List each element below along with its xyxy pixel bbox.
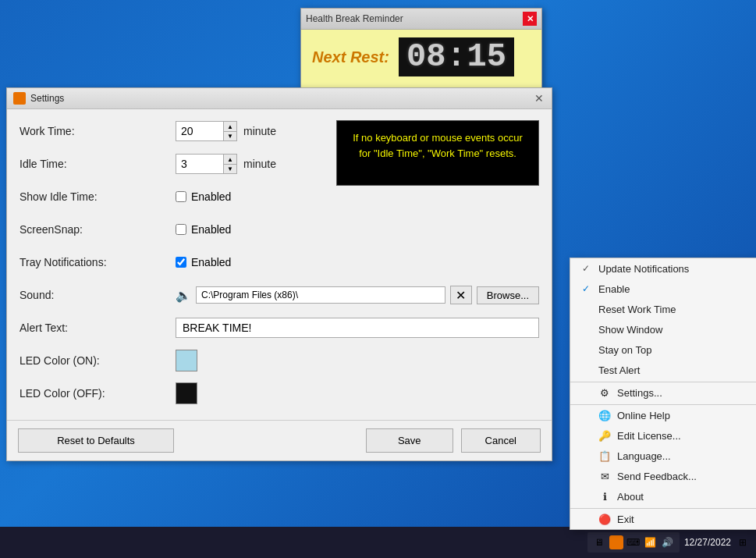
timer-minutes: 15 <box>467 41 506 73</box>
timer-display: 08 : 15 <box>399 37 514 76</box>
sound-speaker-icon: 🔈 <box>176 288 191 303</box>
hbr-body: Next Rest: 08 : 15 <box>301 30 541 87</box>
led-on-swatch[interactable] <box>176 350 197 371</box>
context-item-test-alert[interactable]: Test Alert <box>570 360 756 380</box>
tray-notifications-checkbox-text: Enabled <box>191 256 231 268</box>
update-notifications-label: Update Notifications <box>598 263 689 275</box>
settings-title-text: Settings <box>30 93 64 104</box>
cancel-button[interactable]: Cancel <box>461 428 541 453</box>
screensnap-checkbox-label[interactable]: Enabled <box>176 223 231 236</box>
info-icon: ℹ <box>598 490 611 503</box>
show-window-label: Show Window <box>598 324 662 336</box>
idle-time-down-btn[interactable]: ▼ <box>224 164 236 173</box>
browse-button[interactable]: Browse... <box>477 286 539 304</box>
tray-icon-layout[interactable]: ⊞ <box>736 535 750 549</box>
work-time-info-row: Work Time: ▲ ▼ minute <box>20 120 539 186</box>
show-idle-time-checkbox-label[interactable]: Enabled <box>176 190 231 203</box>
timer-hours: 08 <box>406 41 445 73</box>
show-idle-time-label: Show Idle Time: <box>20 190 176 203</box>
context-item-reset-work-time[interactable]: Reset Work Time <box>570 299 756 319</box>
next-rest-label: Next Rest: <box>312 48 389 66</box>
alert-text-row: Alert Text: <box>20 317 539 339</box>
idle-time-spinner-buttons: ▲ ▼ <box>223 155 236 173</box>
context-item-send-feedback[interactable]: ✉ Send Feedback... <box>570 466 756 486</box>
save-button[interactable]: Save <box>366 428 453 453</box>
work-time-up-btn[interactable]: ▲ <box>224 122 236 131</box>
sound-control: 🔈 ✕ Browse... <box>176 286 539 304</box>
timer-colon1: : <box>446 41 466 73</box>
context-item-settings[interactable]: ⚙ Settings... <box>570 382 756 403</box>
work-time-control: ▲ ▼ minute <box>176 121 324 141</box>
tray-icon-wifi[interactable]: 📶 <box>644 535 658 549</box>
settings-close-button[interactable]: ✕ <box>533 92 545 105</box>
context-item-about[interactable]: ℹ About <box>570 486 756 506</box>
led-off-row: LED Color (OFF): <box>20 382 539 404</box>
globe-icon: 🌐 <box>598 409 611 421</box>
taskbar-time: 12/27/2022 <box>684 537 731 548</box>
enable-check: ✓ <box>580 283 592 294</box>
about-label: About <box>617 491 644 503</box>
led-on-row: LED Color (ON): <box>20 350 539 371</box>
settings-window: Settings ✕ Work Time: ▲ <box>6 87 552 461</box>
settings-title-row: Settings <box>13 92 64 105</box>
tray-notifications-row: Tray Notifications: Enabled <box>20 251 539 273</box>
tray-notifications-checkbox-label[interactable]: Enabled <box>176 256 231 268</box>
context-item-stay-on-top[interactable]: Stay on Top <box>570 339 756 360</box>
context-item-exit[interactable]: 🔴 Exit <box>570 508 756 529</box>
tray-icon-keyboard[interactable]: ⌨ <box>626 535 641 549</box>
language-icon: 📋 <box>598 450 611 462</box>
tray-notifications-label: Tray Notifications: <box>20 256 176 268</box>
context-item-update-notifications[interactable]: ✓ Update Notifications <box>570 258 756 279</box>
hbr-close-button[interactable]: ✕ <box>523 12 537 26</box>
sound-clear-button[interactable]: ✕ <box>450 286 472 304</box>
hbr-title: Health Break Reminder <box>306 13 403 24</box>
work-time-input[interactable] <box>176 122 223 140</box>
sound-path-input[interactable] <box>196 286 445 304</box>
work-time-spinner-buttons: ▲ ▼ <box>223 122 236 140</box>
exit-icon: 🔴 <box>598 513 611 525</box>
left-fields: Work Time: ▲ ▼ minute <box>20 120 324 186</box>
desktop: Health Break Reminder ✕ Next Rest: 08 : … <box>0 0 756 558</box>
update-notifications-check: ✓ <box>580 263 592 274</box>
work-time-unit: minute <box>243 125 276 137</box>
show-idle-time-row: Show Idle Time: Enabled <box>20 186 539 208</box>
context-item-language[interactable]: 📋 Language... <box>570 446 756 466</box>
tray-icon-volume[interactable]: 🔊 <box>661 535 675 549</box>
context-item-show-window[interactable]: Show Window <box>570 319 756 339</box>
context-item-online-help[interactable]: 🌐 Online Help <box>570 404 756 425</box>
stay-on-top-label: Stay on Top <box>598 344 651 356</box>
led-off-swatch[interactable] <box>176 382 197 404</box>
tray-icon-orange[interactable] <box>609 535 623 549</box>
online-help-label: Online Help <box>617 410 670 421</box>
show-idle-time-checkbox[interactable] <box>176 191 186 202</box>
tray-icon-monitor[interactable]: 🖥 <box>592 535 606 549</box>
hbr-titlebar: Health Break Reminder ✕ <box>301 9 541 30</box>
work-time-label: Work Time: <box>20 125 176 137</box>
hbr-window: Health Break Reminder ✕ Next Rest: 08 : … <box>300 8 542 88</box>
screensnap-checkbox-text: Enabled <box>191 223 231 236</box>
context-item-edit-license[interactable]: 🔑 Edit License... <box>570 425 756 446</box>
context-item-enable[interactable]: ✓ Enable <box>570 279 756 299</box>
screensnap-checkbox[interactable] <box>176 224 186 235</box>
reset-defaults-button[interactable]: Reset to Defaults <box>18 428 174 453</box>
work-time-row: Work Time: ▲ ▼ minute <box>20 120 324 142</box>
test-alert-label: Test Alert <box>598 364 640 376</box>
work-time-down-btn[interactable]: ▼ <box>224 131 236 140</box>
idle-time-input[interactable] <box>176 155 223 173</box>
tray-notifications-checkbox[interactable] <box>176 257 186 268</box>
edit-license-label: Edit License... <box>617 430 681 442</box>
led-off-label: LED Color (OFF): <box>20 387 176 400</box>
sound-row: Sound: 🔈 ✕ Browse... <box>20 284 539 306</box>
sound-label: Sound: <box>20 289 176 301</box>
idle-time-up-btn[interactable]: ▲ <box>224 155 236 164</box>
screensnap-label: ScreenSnap: <box>20 223 176 236</box>
settings-app-icon <box>13 92 26 105</box>
alert-text-input[interactable] <box>176 318 539 338</box>
show-idle-time-checkbox-text: Enabled <box>191 190 231 203</box>
exit-label: Exit <box>617 514 634 525</box>
send-feedback-label: Send Feedback... <box>617 471 697 482</box>
idle-time-unit: minute <box>243 158 276 170</box>
context-menu: ✓ Update Notifications ✓ Enable Reset Wo… <box>570 258 756 530</box>
work-time-spinner: ▲ ▼ <box>176 121 237 141</box>
idle-time-row: Idle Time: ▲ ▼ minute <box>20 153 324 175</box>
